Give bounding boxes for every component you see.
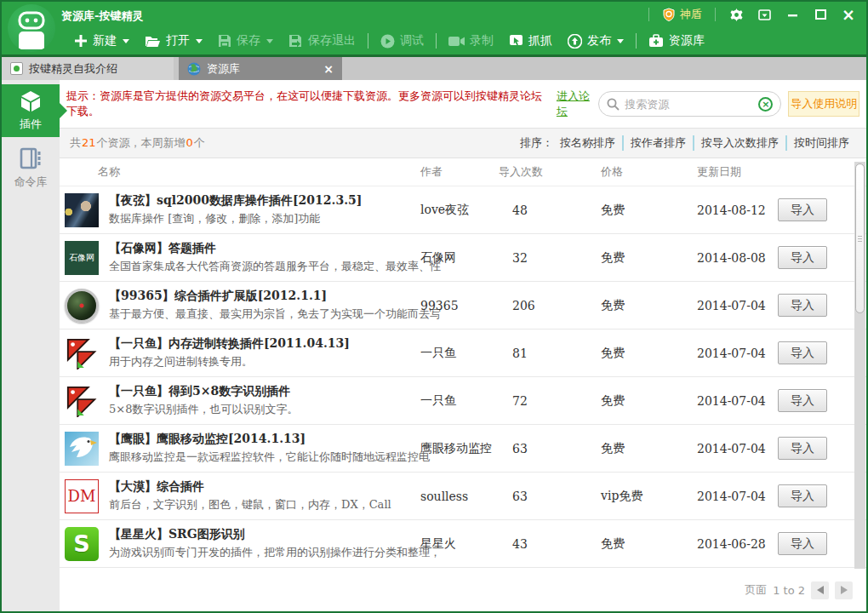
red-triangles-icon xyxy=(65,336,99,370)
plugin-imports: 81 xyxy=(499,347,601,360)
script-doc-icon xyxy=(10,62,23,75)
import-button[interactable]: 导入 xyxy=(778,484,827,507)
window-menu-icon[interactable] xyxy=(757,7,772,22)
s-green-logo-icon: S xyxy=(65,527,99,561)
table-row: 【鹰眼】鹰眼移动监控[2014.1.13] 鹰眼移动监控是一款远程监控软件，它能… xyxy=(60,425,866,473)
plugin-title[interactable]: 【鹰眼】鹰眼移动监控[2014.1.13] xyxy=(109,432,430,447)
command-book-icon xyxy=(19,146,43,170)
app-window: 资源库-按键精灵 神盾 × xyxy=(0,0,868,613)
plugin-date: 2014-07-04 xyxy=(697,490,778,503)
record-button[interactable]: 录制 xyxy=(441,27,501,54)
plugin-list: 【夜弦】sql2000数据库操作插件[2012.3.5] 数据库操作 [查询，修… xyxy=(60,186,866,568)
minimize-button[interactable] xyxy=(785,7,800,22)
table-row: 【99365】综合插件扩展版[2012.1.1] 基于最方便、最直接、最实用为宗… xyxy=(60,282,866,329)
import-button[interactable]: 导入 xyxy=(778,198,827,221)
tab-resource-library[interactable]: 资源库 × xyxy=(179,57,342,80)
plugin-title[interactable]: 【石像网】答题插件 xyxy=(109,241,441,256)
globe-icon xyxy=(187,62,201,76)
plugin-price: 免费 xyxy=(601,298,697,313)
import-button[interactable]: 导入 xyxy=(778,246,827,269)
table-row: S 【星星火】SRG图形识别 为游戏识别而专门开发的插件，把常用的识别操作进行分… xyxy=(60,520,866,568)
resource-library-button[interactable]: 资源库 xyxy=(641,27,712,54)
settings-gear-icon[interactable] xyxy=(728,7,744,22)
plugin-title[interactable]: 【大漠】综合插件 xyxy=(109,479,391,495)
publish-button[interactable]: 发布 xyxy=(560,27,631,54)
main-content: 提示：资源库是官方提供的资源交易平台，在这可以便捷下载资源。更多资源可以到按键精… xyxy=(60,80,866,611)
header-imports: 导入次数 xyxy=(499,164,601,180)
page-label: 页面 xyxy=(745,582,767,598)
plugin-desc: 鹰眼移动监控是一款远程监控软件，它能让你随时随地远程监控电 xyxy=(109,450,430,465)
header-date: 更新日期 xyxy=(697,164,778,180)
plugin-imports: 48 xyxy=(499,203,601,217)
new-button[interactable]: 新建 xyxy=(66,27,137,54)
tab-self-intro[interactable]: 按键精灵自我介绍 xyxy=(2,57,174,80)
close-button[interactable]: × xyxy=(841,7,856,22)
enter-forum-link[interactable]: 进入论坛 xyxy=(557,89,598,119)
portrait-photo-icon xyxy=(65,193,99,227)
plugin-price: 免费 xyxy=(601,441,697,456)
grab-button[interactable]: 抓抓 xyxy=(501,27,560,54)
open-button[interactable]: 打开 xyxy=(137,27,210,54)
sort-by-name[interactable]: 按名称排序 xyxy=(553,135,622,151)
pagination-bar: 页面 1 to 2 xyxy=(60,569,866,611)
plugin-author: 星星火 xyxy=(420,536,499,552)
prev-page-button[interactable] xyxy=(811,581,829,599)
plugin-price: 免费 xyxy=(601,393,697,409)
sort-by-imports[interactable]: 按导入次数排序 xyxy=(693,135,785,151)
robot-icon xyxy=(12,7,51,49)
tab-close-icon[interactable]: × xyxy=(323,63,334,75)
sidebar-item-label: 插件 xyxy=(20,117,42,132)
plugin-date: 2014-07-04 xyxy=(697,347,778,360)
sidebar-item-plugins[interactable]: 插件 xyxy=(2,84,60,137)
plugin-title[interactable]: 【一只鱼】得到5×8数字识别插件 xyxy=(109,384,298,399)
eagle-head-icon xyxy=(65,432,99,466)
notice-bar: 提示：资源库是官方提供的资源交易平台，在这可以便捷下载资源。更多资源可以到按键精… xyxy=(60,80,866,128)
sidebar-item-label: 命令库 xyxy=(14,175,48,190)
debug-button[interactable]: 调试 xyxy=(373,27,431,54)
import-help-button[interactable]: 导入使用说明 xyxy=(788,91,859,117)
plugin-desc: 基于最方便、最直接、最实用为宗旨，免去了为实现一个功能而去写 xyxy=(109,306,441,322)
import-button[interactable]: 导入 xyxy=(778,389,827,412)
shield-badge[interactable]: 神盾 xyxy=(662,7,702,22)
plugin-author: 一只鱼 xyxy=(420,393,499,409)
stats-sort-bar: 共21个资源，本周新增0个 排序： 按名称排序 按作者排序 按导入次数排序 按时… xyxy=(60,128,866,158)
plugin-desc: 数据库操作 [查询，修改，删除，添加]功能 xyxy=(109,211,362,226)
table-row: 【一只鱼】得到5×8数字识别插件 5×8数字识别插件，也可以识别文字。 一只鱼 … xyxy=(60,377,866,425)
maximize-button[interactable] xyxy=(813,7,828,22)
import-button[interactable]: 导入 xyxy=(778,341,827,364)
compass-globe-icon xyxy=(65,289,99,323)
plugin-title[interactable]: 【夜弦】sql2000数据库操作插件[2012.3.5] xyxy=(109,193,362,209)
plugin-date: 2014-07-04 xyxy=(697,299,778,312)
scrollbar-thumb[interactable] xyxy=(855,163,865,313)
sort-label: 排序： xyxy=(520,135,553,151)
vertical-scrollbar[interactable] xyxy=(854,162,865,576)
publish-up-icon xyxy=(568,34,582,49)
import-button[interactable]: 导入 xyxy=(778,437,827,460)
plugin-author: soulless xyxy=(420,490,499,503)
table-row: DM 【大漠】综合插件 前后台，文字识别，图色，键鼠，窗口，内存，DX，Call… xyxy=(60,473,866,520)
new-count: 0 xyxy=(186,136,193,149)
header-price: 价格 xyxy=(601,164,697,180)
save-exit-button[interactable]: 保存退出 xyxy=(281,27,363,54)
plugin-desc: 用于内存之间进制转换专用。 xyxy=(109,354,350,370)
table-header: 名称 作者 导入次数 价格 更新日期 xyxy=(60,158,866,186)
play-circle-icon xyxy=(380,34,395,49)
sidebar-item-command-library[interactable]: 命令库 xyxy=(2,141,60,194)
clear-search-icon[interactable]: × xyxy=(758,97,773,112)
import-button[interactable]: 导入 xyxy=(778,294,827,317)
sort-by-time[interactable]: 按时间排序 xyxy=(785,135,856,151)
plugin-title[interactable]: 【一只鱼】内存进制转换插件[2011.04.13] xyxy=(109,336,350,352)
plugin-desc: 全国首家集成各大代答商资源的答题服务平台，最稳定、最效率、性 xyxy=(109,259,441,274)
sort-by-author[interactable]: 按作者排序 xyxy=(622,135,693,151)
plugin-price: 免费 xyxy=(601,203,697,218)
import-button[interactable]: 导入 xyxy=(778,532,827,555)
plugin-title[interactable]: 【星星火】SRG图形识别 xyxy=(109,527,441,542)
next-page-button[interactable] xyxy=(835,581,853,599)
dropdown-caret-icon xyxy=(617,39,624,43)
search-box[interactable]: × xyxy=(598,91,781,117)
search-input[interactable] xyxy=(625,98,753,111)
app-logo xyxy=(8,4,55,52)
window-title: 资源库-按键精灵 xyxy=(61,9,143,24)
save-button[interactable]: 保存 xyxy=(210,27,281,54)
plugin-title[interactable]: 【99365】综合插件扩展版[2012.1.1] xyxy=(109,289,441,304)
